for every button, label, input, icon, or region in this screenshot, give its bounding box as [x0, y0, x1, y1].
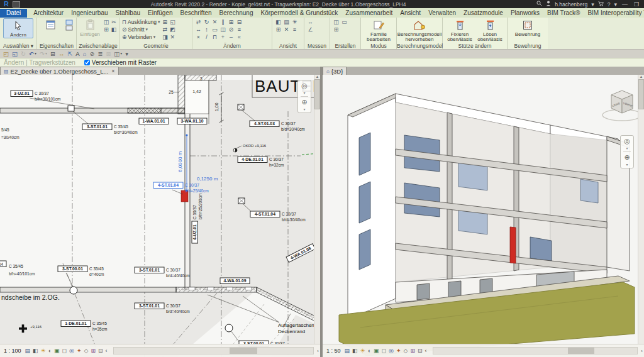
tab-verwalten[interactable]: Verwalten — [425, 9, 460, 18]
modify-button[interactable]: Ändern — [3, 18, 33, 38]
user-dropdown-icon[interactable]: ▾ — [591, 1, 594, 8]
split-face-icon[interactable]: ◩ — [169, 26, 176, 33]
create-tools[interactable]: ◫▭⊞ — [332, 18, 348, 33]
panel-label-erstellen[interactable]: Erstellen — [330, 43, 360, 49]
zoom-icon[interactable]: ⊕ — [624, 153, 630, 161]
detach-top-base-button[interactable]: Lösen oben/Basis — [475, 18, 504, 43]
temp-dim-offset[interactable]: 0,1250 m — [197, 176, 218, 182]
3d-horizontal-scrollbar[interactable] — [433, 347, 638, 354]
modify-icon-12[interactable]: × — [194, 33, 203, 41]
edit-family-button[interactable]: Familie bearbeiten — [364, 18, 393, 43]
measure-icon-0[interactable]: ↔ — [306, 18, 314, 26]
reveal-hidden-icon[interactable]: ✦ — [396, 348, 401, 354]
panel-label-zwischenablage[interactable]: Zwischenablage — [77, 43, 119, 49]
3d-canvas[interactable]: LINKS VORNE ◎ ▾ ⊕ ▾ ▲ 1 : 50 ▤◧☀◐▣◻◎✦◇⊞⊟… — [323, 75, 644, 357]
tab-architektur[interactable]: Architektur — [30, 9, 67, 18]
temporary-view-properties-icon[interactable]: ◇ — [403, 348, 408, 354]
panel-label-geometrie[interactable]: Geometrie — [120, 43, 192, 49]
customize-qat-icon[interactable]: ▾ — [125, 50, 128, 57]
plan-view-tab[interactable]: ▤ E2_Decke über 1.Obergeschoss_L... × — [0, 67, 119, 75]
panel-label-berechnungsmodell[interactable]: Berechnungsmodell — [397, 43, 442, 49]
beam-join-icon[interactable]: ◱ — [169, 18, 176, 26]
user-icon[interactable] — [546, 1, 551, 8]
selected-column-3d[interactable] — [510, 227, 516, 263]
shadows-icon[interactable]: ◐ — [48, 348, 52, 354]
properties-button[interactable] — [39, 18, 64, 31]
measure-icon-1[interactable]: ∠ — [306, 26, 314, 33]
create-icon-2[interactable]: ⊞ — [332, 26, 340, 33]
visual-style-icon[interactable]: ◧ — [352, 348, 358, 354]
paste-button[interactable]: Einfügen — [79, 18, 101, 37]
modify-tools[interactable]: ⇄↻✕∥⊞⊟↔↕▭◫⊘≡×/⊓+‒« — [194, 18, 243, 41]
modify-icon-17[interactable]: « — [235, 33, 243, 41]
crop-view-icon[interactable]: ▣ — [54, 348, 60, 354]
view-icon-3[interactable]: ⊞ — [274, 26, 282, 33]
view-icon-1[interactable]: ▤ — [282, 18, 291, 26]
signed-in-user[interactable]: h.hachenberg — [555, 1, 587, 8]
view-icon-5[interactable]: ≡ — [291, 26, 299, 33]
modify-icon-14[interactable]: ⊓ — [211, 33, 219, 41]
demolish-icon[interactable]: ✕ — [169, 33, 176, 41]
tab-datei[interactable]: Datei — [0, 9, 27, 18]
modify-icon-11[interactable]: ≡ — [235, 26, 243, 33]
tab-beschriften[interactable]: Beschriften — [177, 9, 216, 18]
move-with-grids-checkbox[interactable] — [84, 60, 90, 65]
switch-windows-icon[interactable]: ◫▾ — [114, 50, 122, 57]
modify-icon-4[interactable]: ⊞ — [227, 18, 235, 26]
text-icon[interactable]: A — [75, 50, 79, 57]
aligned-dimension-icon[interactable]: ⇱ — [67, 50, 72, 57]
save-icon[interactable]: ◱ — [12, 50, 18, 57]
plan-navigation-bar[interactable]: ◎ ▾ ⊕ ▾ — [297, 80, 311, 113]
modify-icon-15[interactable]: + — [219, 33, 227, 41]
element-tag[interactable]: 4-WA.01.09 — [220, 278, 250, 284]
view-icon-0[interactable]: ◧ — [274, 18, 282, 26]
panel-label-ansicht[interactable]: Ansicht — [272, 43, 304, 49]
view-tools[interactable]: ◧▤☀⊞✕≡ — [274, 18, 299, 33]
attach-top-base-button[interactable]: Fixieren oben/Basis — [445, 18, 474, 43]
modify-icon-7[interactable]: ↕ — [203, 26, 211, 33]
visual-style-icon[interactable]: ◧ — [33, 348, 38, 354]
panel-label-aendern[interactable]: Ändern — [192, 43, 272, 49]
zoom-icon[interactable]: ⊕ — [301, 98, 307, 106]
section-icon[interactable]: ⊘ — [89, 50, 94, 57]
show-crop-icon[interactable]: ◻ — [382, 348, 386, 354]
panel-label-auswaehlen[interactable]: Auswählen ▾ — [0, 43, 36, 49]
app-store-cart-icon[interactable] — [598, 1, 604, 8]
plan-scroll-right-icon[interactable]: › — [316, 348, 320, 354]
tab-bim-track-[interactable]: BIM Track® — [543, 9, 584, 18]
analytical-model-icon[interactable]: ⊞ — [91, 348, 96, 354]
show-crop-icon[interactable]: ◻ — [62, 348, 67, 354]
temp-dim-length[interactable]: 6,0000 m — [177, 151, 183, 172]
redo-icon[interactable]: ↷▾ — [40, 50, 47, 57]
geometry-minis[interactable]: ⊞◱ ⇄◩ ◨✕ — [161, 18, 176, 41]
modify-icon-13[interactable]: / — [203, 33, 211, 41]
modify-icon-8[interactable]: ▭ — [211, 26, 219, 33]
temporary-hide-icon[interactable]: ◎ — [69, 348, 74, 354]
modify-icon-5[interactable]: ⊟ — [235, 18, 243, 26]
reveal-hidden-icon[interactable]: ✦ — [77, 348, 82, 354]
tab-ingenieurbau[interactable]: Ingenieurbau — [67, 9, 111, 18]
column-symbol[interactable] — [68, 106, 74, 111]
3d-scale-button[interactable]: 1 : 50 — [326, 348, 341, 354]
steering-wheel-icon[interactable]: ◎ — [301, 82, 308, 89]
help-icon[interactable]: ? — [608, 1, 611, 8]
default-3d-view-icon[interactable]: ⌂ — [83, 50, 87, 57]
tab-zusammenarbeit[interactable]: Zusammenarbeit — [341, 9, 396, 18]
tab-zusatzmodule[interactable]: Zusatzmodule — [460, 9, 507, 18]
tab-stahlbau[interactable]: Stahlbau — [112, 9, 144, 18]
modify-icon-6[interactable]: ↔ — [194, 26, 203, 33]
3d-navigation-bar[interactable]: ◎ ▾ ⊕ ▾ — [620, 135, 634, 168]
match-icon[interactable]: ⊞ — [103, 26, 110, 33]
sun-path-icon[interactable]: ☀ — [360, 348, 365, 354]
crop-view-icon[interactable]: ▣ — [374, 348, 379, 354]
modify-icon-16[interactable]: ‒ — [227, 33, 235, 41]
plan-scale-button[interactable]: 1 : 100 — [4, 348, 21, 354]
clipboard-minis[interactable]: ◫✂ ⊞◧ — [103, 18, 118, 33]
3d-vertical-scrollbar[interactable]: ▲ — [638, 75, 644, 344]
detail-level-icon[interactable]: ▤ — [25, 348, 31, 354]
panel-label-eigenschaften[interactable]: Eigenschaften — [37, 43, 76, 49]
collapse-icon[interactable]: ‹ — [425, 348, 427, 354]
view-icon-2[interactable]: ☀ — [291, 18, 299, 26]
help-dropdown-icon[interactable]: ▾ — [614, 1, 617, 8]
paint-icon[interactable]: ◧ — [110, 26, 118, 33]
